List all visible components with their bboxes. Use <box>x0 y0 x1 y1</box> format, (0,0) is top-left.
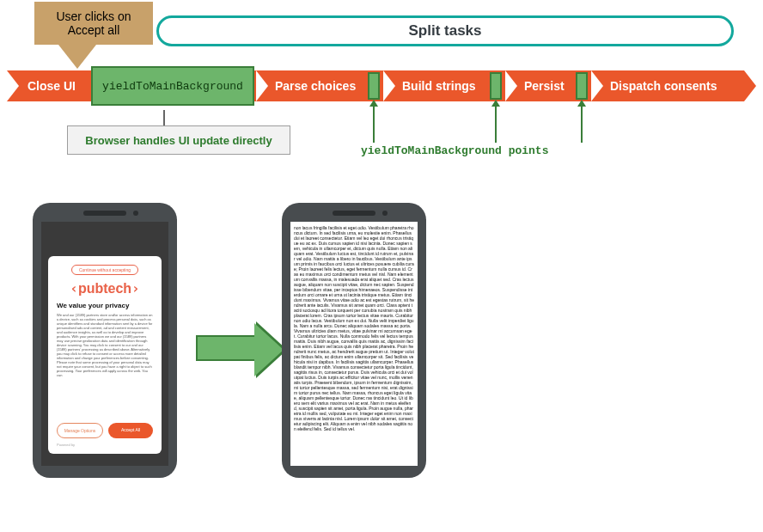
task-bar: Close UI yieldToMainBackground Parse cho… <box>7 70 756 101</box>
yield-points-label: yieldToMainBackground points <box>361 144 548 157</box>
user-action-callout: User clicks on Accept all <box>34 2 153 45</box>
phone-before-screen: Continue without accepting ‹pubtech› We … <box>41 222 168 466</box>
connector-yield-to-note <box>163 110 165 125</box>
modal-headline-text: We value your privacy <box>57 302 129 309</box>
phone-after: non lacus fringilla facilisis et eget od… <box>282 203 426 478</box>
browser-update-note: Browser handles UI update directly <box>67 125 290 155</box>
seg-dispatch-label: Dispatch consents <box>610 79 717 93</box>
yield-points-label-text: yieldToMainBackground points <box>361 144 548 157</box>
accept-all-label: Accept All <box>121 427 140 432</box>
consent-modal: Continue without accepting ‹pubtech› We … <box>48 256 162 454</box>
phone-after-screen: non lacus fringilla facilisis et eget od… <box>290 222 418 466</box>
page-content-text: non lacus fringilla facilisis et eget od… <box>294 225 414 431</box>
modal-body: We and our (1589) partners store and/or … <box>57 313 153 418</box>
brand-logo: ‹pubtech› <box>70 280 140 297</box>
task-bar-arrowhead <box>744 70 756 101</box>
seg-build: Build strings <box>394 70 476 101</box>
user-action-text: User clicks on Accept all <box>40 9 148 37</box>
yield-main-chip-label: yieldToMainBackground <box>102 80 243 93</box>
arrow-to-yield-1 <box>373 107 375 143</box>
transition-arrow <box>196 335 256 361</box>
brand-name: pubtech <box>78 281 131 296</box>
user-action-callout-tail <box>58 45 96 69</box>
brand-angle-open: ‹ <box>70 280 78 297</box>
yield-point-3 <box>576 72 588 100</box>
arrow-to-yield-3 <box>581 107 583 143</box>
modal-button-row: Manage Options Accept All <box>57 423 153 438</box>
browser-update-note-text: Browser handles UI update directly <box>85 134 272 147</box>
modal-body-text: We and our (1589) partners store and/or … <box>57 313 153 377</box>
yield-point-1 <box>368 72 380 100</box>
phone-before-notch <box>83 211 126 216</box>
page-content: non lacus fringilla facilisis et eget od… <box>290 222 418 435</box>
brand-angle-close: › <box>131 280 140 297</box>
split-tasks-pill: Split tasks <box>156 15 734 46</box>
seg-parse-label: Parse choices <box>275 79 356 93</box>
powered-by-text: Powered by <box>57 443 75 447</box>
seg-close-ui: Close UI <box>19 70 76 101</box>
seg-parse: Parse choices <box>266 70 356 101</box>
manage-options-label: Manage Options <box>64 428 96 433</box>
split-tasks-label: Split tasks <box>408 22 481 40</box>
phone-after-notch <box>333 211 375 216</box>
manage-options-button[interactable]: Manage Options <box>57 423 103 438</box>
seg-dispatch: Dispatch consents <box>601 70 717 101</box>
continue-without-label: Continue without accepting <box>79 267 131 272</box>
yield-point-2 <box>490 72 502 100</box>
seg-close-ui-label: Close UI <box>27 79 76 93</box>
phone-before: Continue without accepting ‹pubtech› We … <box>33 203 177 478</box>
seg-close-ui-notch <box>7 70 19 101</box>
accept-all-button[interactable]: Accept All <box>108 423 153 438</box>
powered-by: Powered by <box>57 443 153 447</box>
seg-build-label: Build strings <box>402 79 476 93</box>
yield-main-chip: yieldToMainBackground <box>91 66 254 106</box>
modal-headline: We value your privacy <box>57 302 153 309</box>
arrow-to-yield-2 <box>495 107 497 143</box>
seg-persist-label: Persist <box>524 79 565 93</box>
continue-without-pill[interactable]: Continue without accepting <box>71 265 138 275</box>
seg-persist: Persist <box>516 70 565 101</box>
